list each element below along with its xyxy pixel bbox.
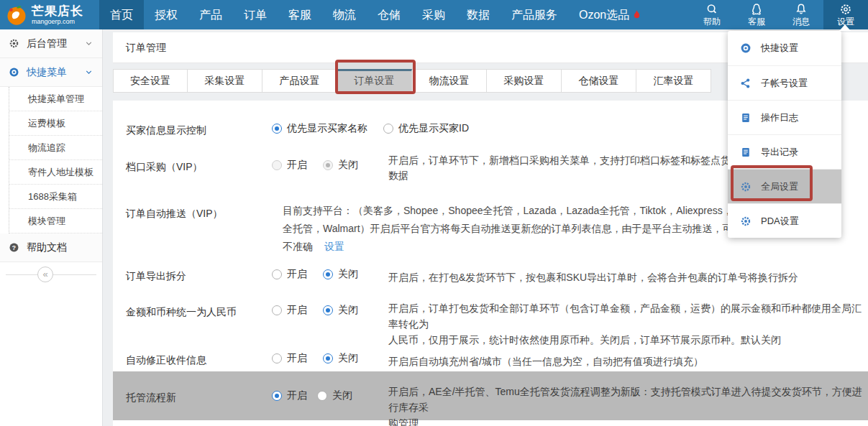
row-label: 档口采购（VIP） [126,161,203,174]
radio-option-off-selected[interactable]: 关闭 [323,268,358,281]
nav-item-auth[interactable]: 授权 [144,0,188,29]
gear-icon [9,38,19,49]
radio-option-on-disabled[interactable]: 开启 [272,159,307,172]
tab-product-settings[interactable]: 产品设置 [262,69,337,93]
sidebar-help-docs[interactable]: 帮助文档 [0,233,102,262]
radio-option-on[interactable]: 开启 [272,352,307,365]
tab-security-settings[interactable]: 安全设置 [113,69,188,93]
tab-purchase-settings[interactable]: 采购设置 [487,69,562,93]
row-label: 买家信息显示控制 [126,124,206,137]
row-label: 订单自动推送（VIP） [126,208,223,221]
bell-icon [779,3,823,16]
radio-option-off-disabled-selected[interactable]: 关闭 [323,159,358,172]
radio-unselected [383,124,393,134]
target-icon [740,42,751,54]
row-label: 金额和币种统一为人民币 [126,306,237,319]
tab-order-settings[interactable]: 订单设置 [337,69,412,93]
nav-item-product-services[interactable]: 产品服务 [501,0,568,29]
row-description: 开启后，订单打包发货和全部订单环节（包含订单金额，产品金额，运费）的展示金额和币… [388,300,864,348]
gear-icon [740,216,751,227]
row-label: 订单导出拆分 [126,270,186,283]
sidebar-collapse-row: « [0,262,102,288]
sidebar-group-quick-menu[interactable]: 快捷菜单 [0,58,102,87]
row-description: 开启后，在打包&发货环节下，按包裹和SKU导出订单时，会将合并包裹的订单号将换行… [388,270,864,285]
stall-purchase-radio-group: 开启 关闭 [272,159,358,172]
radio-option-on[interactable]: 开启 [272,268,307,281]
sidebar-item-quick-menu-manage[interactable]: 快捷菜单管理 [9,87,102,111]
nav-item-customer-service[interactable]: 客服 [278,0,322,29]
hosted-flow-radio-group: 开启 关闭 [272,389,352,402]
sidebar: 后台管理 快捷菜单 快捷菜单管理 运费模板 物流追踪 寄件人地址模板 1688采… [0,29,103,426]
menu-item-quick-settings[interactable]: 快捷设置 [728,31,841,65]
sidebar-quick-menu-list: 快捷菜单管理 运费模板 物流追踪 寄件人地址模板 1688采集箱 模块管理 [9,87,102,233]
menu-item-export-records[interactable]: 导出记录 [728,134,841,169]
mango-logo-icon [6,4,27,26]
sidebar-group-backoffice[interactable]: 后台管理 [0,29,102,58]
radio-option-off-selected[interactable]: 关闭 [323,304,358,317]
nav-help-button[interactable]: 帮助 [690,0,734,29]
radio-option-on-selected[interactable]: 开启 [272,389,307,402]
nav-item-logistics[interactable]: 物流 [322,0,367,29]
nav-item-warehouse[interactable]: 仓储 [367,0,411,29]
breadcrumb: 订单管理 [126,42,166,53]
tab-logistics-settings[interactable]: 物流设置 [412,69,487,93]
flame-icon [631,9,642,20]
radio-selected [272,124,282,134]
menu-item-operation-log[interactable]: 操作日志 [728,100,841,134]
tab-collection-settings[interactable]: 采集设置 [188,69,262,93]
qq-penguin-icon [734,3,779,16]
logo-subtitle: mangoerp.com [32,18,83,25]
row-label: 自动修正收件信息 [126,354,206,367]
settings-tabbar: 安全设置 采集设置 产品设置 订单设置 物流设置 采购设置 仓储设置 汇率设置 [113,69,711,93]
row-label: 托管流程新 [126,392,176,404]
chevron-down-icon [84,68,93,77]
row-description: 开启后，AE全/半托管、Temu全托管发货流程调整为新版：支持托管模式订单进入待… [388,384,864,426]
menu-item-global-settings[interactable]: 全局设置 [728,169,841,203]
sidebar-item-module-manage[interactable]: 模块管理 [9,209,102,233]
gear-icon [740,181,751,193]
document-icon [740,112,751,124]
nav-item-data[interactable]: 数据 [456,0,501,29]
buyer-info-radio-group: 优先显示买家名称 优先显示买家ID [272,122,469,135]
chevron-down-icon [84,39,93,48]
sidebar-item-sender-address-template[interactable]: 寄件人地址模板 [9,160,102,185]
sidebar-item-shipping-template[interactable]: 运费模板 [9,111,102,136]
menu-item-subaccount-settings[interactable]: 子帐号设置 [728,65,841,100]
row-description: 开启后自动填充州省/城市（当任一信息为空，自动把有值项进行填充） [388,354,864,369]
logo-title: 芒果店长 [32,5,83,18]
radio-option-buyer-name[interactable]: 优先显示买家名称 [272,122,367,135]
menu-item-pda-settings[interactable]: PDA设置 [728,203,841,238]
collapse-sidebar-button[interactable]: « [37,267,53,282]
nav-item-products[interactable]: 产品 [188,0,233,29]
dropdown-arrow [839,24,851,31]
magnifier-icon [690,3,734,16]
export-split-radio-group: 开启 关闭 [272,268,358,281]
tab-exchange-rate-settings[interactable]: 汇率设置 [636,69,711,93]
nav-menu: 首页 授权 产品 订单 客服 物流 仓储 采购 数据 产品服务 Ozon选品 [99,0,653,29]
gear-icon [823,3,868,16]
tab-warehouse-settings[interactable]: 仓储设置 [562,69,636,93]
auto-push-settings-link[interactable]: 设置 [324,241,344,252]
radio-option-off[interactable]: 关闭 [317,389,352,402]
nav-item-home[interactable]: 首页 [99,0,144,29]
nav-item-ozon-picks[interactable]: Ozon选品 [568,0,653,29]
top-nav: 芒果店长 mangoerp.com 首页 授权 产品 订单 客服 物流 仓储 采… [0,0,868,29]
share-icon [740,78,751,89]
sidebar-item-1688-collection-box[interactable]: 1688采集箱 [9,185,102,209]
auto-fix-radio-group: 开启 关闭 [272,352,358,365]
app-logo[interactable]: 芒果店长 mangoerp.com [0,0,99,29]
radio-option-off-selected[interactable]: 关闭 [323,352,358,365]
radio-option-buyer-id[interactable]: 优先显示买家ID [383,122,469,135]
target-icon [9,67,19,78]
question-circle-icon [9,242,19,253]
radio-option-on[interactable]: 开启 [272,304,307,317]
currency-unify-radio-group: 开启 关闭 [272,304,358,317]
nav-item-orders[interactable]: 订单 [233,0,278,29]
document-icon [740,147,751,158]
settings-dropdown-menu: 快捷设置 子帐号设置 操作日志 导出记录 全局设置 PDA设置 [728,31,841,238]
nav-customer-service-button[interactable]: 客服 [734,0,779,29]
nav-messages-button[interactable]: 消息 [779,0,823,29]
nav-item-purchase[interactable]: 采购 [411,0,456,29]
sidebar-item-logistics-tracking[interactable]: 物流追踪 [9,136,102,160]
